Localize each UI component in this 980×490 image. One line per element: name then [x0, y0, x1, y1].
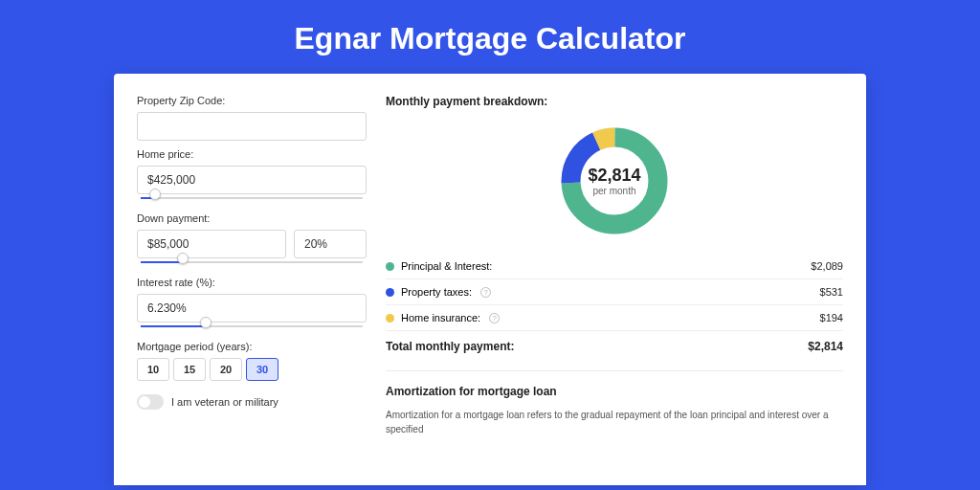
page-root: Egnar Mortgage Calculator Property Zip C…: [0, 0, 980, 490]
down-payment-amount-input[interactable]: [137, 230, 286, 258]
interest-label: Interest rate (%):: [137, 277, 367, 288]
breakdown-title: Monthly payment breakdown:: [386, 95, 843, 108]
donut-chart: $2,814 per month: [386, 118, 843, 254]
legend-dot-icon: [386, 314, 394, 323]
donut-sublabel: per month: [592, 186, 635, 196]
period-button-15[interactable]: 15: [173, 358, 206, 381]
veteran-row: I am veteran or military: [137, 394, 367, 410]
home-price-slider[interactable]: [137, 193, 367, 203]
total-row: Total monthly payment: $2,814: [386, 331, 843, 365]
period-button-30[interactable]: 30: [246, 358, 278, 381]
legend-row: Home insurance:?$194: [386, 305, 843, 331]
toggle-knob-icon: [139, 396, 150, 408]
period-group: Mortgage period (years): 10152030: [137, 341, 367, 381]
period-button-10[interactable]: 10: [137, 358, 169, 381]
interest-group: Interest rate (%):: [137, 277, 367, 331]
zip-input[interactable]: [137, 112, 367, 141]
legend-list: Principal & Interest:$2,089Property taxe…: [386, 254, 843, 331]
columns: Property Zip Code: Home price: Down paym…: [137, 95, 843, 436]
period-label: Mortgage period (years):: [137, 341, 367, 352]
legend-value: $531: [820, 286, 843, 298]
legend-dot-icon: [386, 288, 394, 297]
amortization-section: Amortization for mortgage loan Amortizat…: [386, 370, 843, 436]
breakdown-panel: Monthly payment breakdown: $2,814 per mo…: [386, 95, 843, 436]
home-price-group: Home price:: [137, 148, 367, 203]
interest-input[interactable]: [137, 294, 367, 323]
info-icon[interactable]: ?: [480, 287, 491, 298]
legend-label: Principal & Interest:: [401, 260, 492, 272]
legend-value: $194: [820, 312, 843, 323]
donut-amount: $2,814: [588, 166, 640, 186]
page-title: Egnar Mortgage Calculator: [0, 0, 980, 74]
legend-value: $2,089: [811, 260, 843, 272]
interest-slider[interactable]: [137, 322, 367, 331]
legend-label: Home insurance:: [401, 312, 480, 323]
legend-row: Property taxes:?$531: [386, 279, 843, 305]
down-payment-slider[interactable]: [137, 257, 367, 267]
veteran-toggle[interactable]: [137, 394, 164, 410]
period-buttons: 10152030: [137, 358, 367, 381]
amortization-text: Amortization for a mortgage loan refers …: [386, 408, 843, 436]
zip-label: Property Zip Code:: [137, 95, 367, 106]
down-payment-label: Down payment:: [137, 212, 367, 224]
form-panel: Property Zip Code: Home price: Down paym…: [137, 95, 367, 436]
home-price-input[interactable]: [137, 166, 367, 194]
calculator-card: Property Zip Code: Home price: Down paym…: [114, 74, 866, 485]
down-payment-group: Down payment:: [137, 212, 367, 267]
veteran-label: I am veteran or military: [171, 396, 278, 408]
total-value: $2,814: [808, 340, 843, 353]
zip-group: Property Zip Code:: [137, 95, 367, 141]
amortization-title: Amortization for mortgage loan: [386, 385, 843, 398]
total-label: Total monthly payment:: [386, 340, 514, 353]
legend-label: Property taxes:: [401, 286, 472, 298]
down-payment-percent-input[interactable]: [294, 230, 367, 258]
legend-row: Principal & Interest:$2,089: [386, 254, 843, 279]
legend-dot-icon: [386, 262, 394, 271]
period-button-20[interactable]: 20: [210, 358, 242, 381]
donut-center: $2,814 per month: [557, 123, 672, 238]
info-icon[interactable]: ?: [489, 313, 500, 323]
home-price-label: Home price:: [137, 148, 367, 160]
